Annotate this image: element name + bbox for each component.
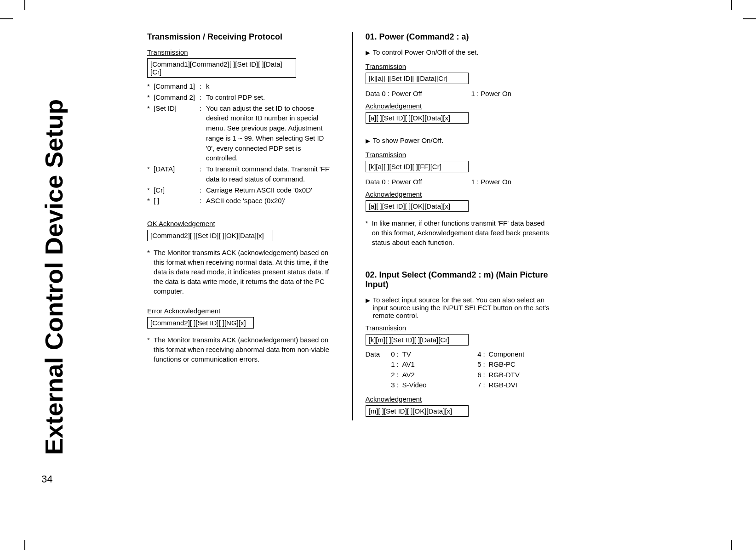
- data-colon: :: [395, 370, 402, 380]
- note-star: *: [147, 335, 152, 364]
- def-row: * [Cr] : Carriage Return ASCII code '0x0…: [147, 185, 334, 195]
- def-value: Carriage Return ASCII code '0x0D': [206, 185, 334, 195]
- data-colon: :: [481, 359, 489, 370]
- bullet-star: *: [147, 92, 154, 102]
- data-label: RGB-DVI: [489, 380, 552, 391]
- data-label: S-Video: [402, 380, 473, 391]
- list-item: Data 0 : TV 4 : Component: [366, 349, 552, 360]
- input-desc: ▶ To select input source for the set. Yo…: [366, 296, 552, 319]
- manual-page: External Control Device Setup 34 Transmi…: [41, 32, 547, 496]
- def-row: * [Command 2] : To control PDP set.: [147, 92, 334, 102]
- page-number: 34: [41, 473, 52, 485]
- triangle-icon: ▶: [366, 296, 370, 319]
- transmission-label: Transmission: [366, 151, 552, 159]
- data-left: Data 0 : Power Off: [366, 178, 471, 186]
- transmission-format-box: [Command1][Command2][ ][Set ID][ ][Data]…: [147, 58, 296, 78]
- def-row: * [Set ID] : You can adjust the set ID t…: [147, 103, 334, 164]
- def-value: k: [206, 81, 334, 91]
- ok-ack-box: [Command2][ ][Set ID][ ][OK][Data][x]: [147, 230, 273, 241]
- def-key: [Set ID]: [154, 103, 200, 164]
- crop-mark: [731, 0, 732, 10]
- data-num: 2: [387, 370, 395, 380]
- triangle-icon: ▶: [366, 136, 370, 146]
- data-label: TV: [402, 349, 473, 360]
- err-ack-label: Error Acknowledgement: [147, 307, 334, 315]
- note-text: The Monitor transmits ACK (acknowledgeme…: [152, 248, 334, 296]
- input-trans-box: [k][m][ ][Set ID][ ][Data][Cr]: [366, 334, 469, 346]
- data-label: Component: [489, 349, 552, 360]
- def-key: [Command 1]: [154, 81, 200, 91]
- triangle-icon: ▶: [366, 48, 370, 58]
- input-heading: 02. Input Select (Command2 : m) (Main Pi…: [366, 270, 552, 289]
- data-num: 3: [387, 380, 395, 391]
- data-num: 7: [473, 380, 481, 391]
- protocol-heading: Transmission / Receiving Protocol: [147, 32, 334, 42]
- desc-text: To show Power On/Off.: [373, 136, 444, 146]
- vertical-section-title: External Control Device Setup: [41, 32, 69, 455]
- err-ack-note: * The Monitor transmits ACK (acknowledge…: [147, 335, 334, 364]
- bullet-star: *: [147, 185, 154, 195]
- def-value: To transmit command data. Transmit 'FF' …: [206, 164, 334, 184]
- def-key: [Cr]: [154, 185, 200, 195]
- crop-mark: [743, 18, 756, 19]
- def-key: [ ]: [154, 196, 200, 206]
- crop-mark: [24, 0, 25, 10]
- list-item: 2 : AV2 6 : RGB-DTV: [366, 370, 552, 380]
- crop-mark: [24, 540, 25, 550]
- data-prefix: Data: [366, 349, 387, 360]
- def-row: * [DATA] : To transmit command data. Tra…: [147, 164, 334, 184]
- list-item: 1 : AV1 5 : RGB-PC: [366, 359, 552, 370]
- data-right: 1 : Power On: [471, 90, 552, 97]
- note-text: In like manner, if other functions trans…: [370, 218, 552, 247]
- crop-mark: [0, 18, 13, 19]
- ack-label: Acknowledgement: [366, 395, 552, 403]
- def-colon: :: [200, 92, 206, 102]
- transmission-label: Transmission: [366, 324, 552, 332]
- input-ack-box: [m][ ][Set ID][ ][OK][Data][x]: [366, 405, 469, 417]
- def-value: ASCII code 'space (0x20)': [206, 196, 334, 206]
- data-colon: :: [481, 380, 489, 391]
- power-show-desc: ▶ To show Power On/Off.: [366, 136, 552, 146]
- list-item: 3 : S-Video 7 : RGB-DVI: [366, 380, 552, 391]
- data-num: 4: [473, 349, 481, 360]
- ack-label: Acknowledgement: [366, 190, 552, 198]
- data-right: 1 : Power On: [471, 178, 552, 186]
- power-heading: 01. Power (Command2 : a): [366, 32, 552, 42]
- desc-text: To control Power On/Off of the set.: [373, 48, 479, 58]
- def-value: You can adjust the set ID to choose desi…: [206, 103, 334, 164]
- content-columns: Transmission / Receiving Protocol Transm…: [147, 32, 552, 420]
- bullet-star: *: [147, 164, 154, 184]
- left-column: Transmission / Receiving Protocol Transm…: [147, 32, 334, 420]
- transmission-label: Transmission: [366, 62, 552, 70]
- data-colon: :: [395, 349, 402, 360]
- note-star: *: [366, 218, 370, 247]
- ok-ack-note: * The Monitor transmits ACK (acknowledge…: [147, 248, 334, 296]
- power-trans2-box: [k][a][ ][Set ID][ ][FF][Cr]: [366, 161, 469, 172]
- data-label: AV1: [402, 359, 473, 370]
- ok-ack-label: OK Acknowledgement: [147, 220, 334, 227]
- data-label: AV2: [402, 370, 473, 380]
- protocol-definitions: * [Command 1] : k * [Command 2] : To con…: [147, 81, 334, 206]
- err-ack-box: [Command2][ ][Set ID][ ][NG][x]: [147, 317, 254, 329]
- power-data-row: Data 0 : Power Off 1 : Power On: [366, 90, 552, 97]
- data-colon: :: [481, 349, 489, 360]
- power-trans-box: [k][a][ ][Set ID][ ][Data][Cr]: [366, 73, 469, 84]
- data-num: 5: [473, 359, 481, 370]
- def-colon: :: [200, 103, 206, 164]
- transmission-label: Transmission: [147, 48, 334, 56]
- ack-label: Acknowledgement: [366, 102, 552, 110]
- desc-text: To select input source for the set. You …: [373, 296, 552, 319]
- def-colon: :: [200, 196, 206, 206]
- data-num: 0: [387, 349, 395, 360]
- bullet-star: *: [147, 196, 154, 206]
- def-row: * [ ] : ASCII code 'space (0x20)': [147, 196, 334, 206]
- power-desc: ▶ To control Power On/Off of the set.: [366, 48, 552, 58]
- bullet-star: *: [147, 81, 154, 91]
- bullet-star: *: [147, 103, 154, 164]
- def-value: To control PDP set.: [206, 92, 334, 102]
- def-colon: :: [200, 164, 206, 184]
- data-colon: :: [395, 359, 402, 370]
- power-note: * In like manner, if other functions tra…: [366, 218, 552, 247]
- data-label: RGB-PC: [489, 359, 552, 370]
- input-data-list: Data 0 : TV 4 : Component 1 : AV1 5 : RG…: [366, 349, 552, 391]
